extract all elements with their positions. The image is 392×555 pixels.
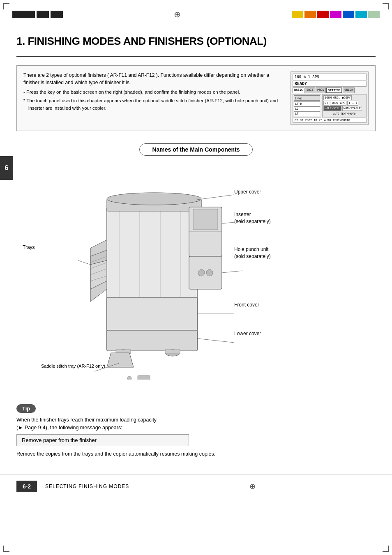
corner-mark-tl: [3, 3, 9, 9]
intro-text: There are 2 types of optional finishers …: [23, 71, 282, 125]
tip-badge: Tip: [16, 404, 36, 413]
intro-bullet-1: - Press the key on the basic screen on t…: [23, 89, 282, 96]
screen-row-2: LT 100% APS I — I: [323, 101, 365, 106]
svg-line-31: [197, 195, 234, 200]
svg-marker-28: [107, 353, 134, 367]
svg-rect-16: [193, 209, 218, 230]
header-area: ⊕: [0, 0, 392, 25]
screen-row-3: HOLE-STPL NON-STAPLE: [323, 106, 365, 111]
screen-zoom-val: 100% APS: [330, 101, 346, 106]
label-inserter: Inserter (sold separately): [234, 211, 271, 225]
footer-center-symbol: ⊕: [129, 482, 376, 491]
header-center-symbol: ⊕: [174, 9, 181, 19]
chapter-tab: 6: [0, 156, 13, 180]
svg-rect-29: [138, 375, 150, 380]
color-bar-red: [317, 11, 329, 18]
screen-auto-text: AUTO TEXT/PHOTO: [323, 111, 365, 116]
screen-main: [img] LT-R LD LT ZOOM ORG. ●COPY LT 100%…: [293, 94, 367, 117]
screen-tab-program[interactable]: PROG: [316, 88, 326, 93]
svg-point-14: [107, 193, 201, 205]
footer-text: SELECTING FINISHING MODES: [45, 484, 129, 489]
intro-paragraph: There are 2 types of optional finishers …: [23, 71, 282, 86]
black-bar-3: [51, 11, 63, 18]
svg-line-36: [78, 260, 90, 265]
corner-mark-br: [383, 546, 389, 552]
footer-page-badge: 6-2: [16, 481, 37, 492]
screen-hole-stpl: HOLE-STPL: [323, 106, 341, 111]
black-bar-2: [37, 11, 49, 18]
svg-rect-23: [107, 330, 197, 351]
screen-tab-basic[interactable]: BASIC: [293, 88, 304, 93]
chapter-title: 1. FINISHING MODES AND FINISHERS (OPTION…: [16, 29, 376, 57]
black-bar-1: [12, 11, 35, 18]
tip-bottom-text: Remove the copies from the trays and the…: [16, 450, 376, 458]
screen-icon-area: [img]: [294, 95, 320, 101]
header-color-bars: [292, 11, 380, 18]
screen-ready: READY: [293, 81, 367, 87]
screen-mockup: 100 % 1 APS READY BASIC EDIT PROG SETTIN…: [291, 71, 369, 125]
svg-rect-18: [189, 256, 222, 289]
screen-tab-quick[interactable]: QUICK: [343, 88, 355, 93]
screen-lt-val: LT: [323, 101, 329, 106]
svg-point-19: [198, 269, 205, 276]
screen-row-1: ZOOM ORG. ●COPY: [323, 95, 365, 100]
screen-tabs: BASIC EDIT PROG SETTING QUICK: [293, 88, 367, 93]
color-bar-magenta: [330, 11, 341, 18]
main-content: 1. FINISHING MODES AND FINISHERS (OPTION…: [0, 25, 392, 466]
color-bar-yellow: [292, 11, 303, 18]
svg-rect-21: [107, 297, 197, 330]
color-bar-cyan: [355, 11, 367, 18]
corner-mark-bl: [3, 546, 9, 552]
screen-ld: LD: [294, 106, 320, 111]
section-header: Names of the Main Components: [104, 143, 288, 156]
label-saddle-tray: Saddle stitch tray (AR-F12 only): [41, 363, 105, 369]
diagram-area: Upper cover Inserter (sold separately) H…: [16, 166, 376, 396]
screen-lt: LT: [294, 111, 320, 116]
color-bar-orange: [304, 11, 316, 18]
svg-rect-27: [165, 350, 180, 354]
intro-box: There are 2 types of optional finishers …: [16, 65, 376, 131]
finisher-diagram-svg: [58, 174, 271, 380]
label-upper-cover: Upper cover: [234, 189, 261, 196]
screen-right-panel: ZOOM ORG. ●COPY LT 100% APS I — I HOLE-S…: [322, 94, 367, 117]
svg-point-20: [206, 269, 213, 276]
screen-top-text: 100 % 1 APS: [295, 75, 319, 79]
screen-copy-count: I — I: [347, 101, 358, 106]
tip-section: Tip When the finisher trays reach their …: [16, 404, 376, 458]
svg-line-35: [197, 339, 234, 343]
label-hole-punch: Hole punch unit (sold separately): [234, 246, 271, 260]
label-front-cover: Front cover: [234, 302, 259, 309]
svg-line-33: [222, 271, 242, 273]
screen-zoom: ZOOM ORG. ●COPY: [323, 95, 352, 100]
header-black-bars: [12, 11, 63, 18]
label-trays: Trays: [23, 244, 35, 251]
screen-lt-r: LT-R: [294, 101, 320, 106]
remove-paper-box: Remove paper from the finisher: [16, 434, 189, 446]
remove-paper-text: Remove paper from the finisher: [22, 437, 97, 443]
screen-bottom-bar: 02.07.2002 10:25 AUTO TEXT/PHOTO: [293, 118, 367, 123]
screen-left-panel: [img] LT-R LD LT: [293, 94, 321, 117]
svg-point-30: [127, 376, 131, 380]
color-bar-blue: [343, 11, 354, 18]
intro-bullet-2: * The touch panel used in this chapter a…: [23, 97, 282, 112]
screen-non-staple: NON-STAPLE: [342, 106, 362, 111]
screen-top-bar: 100 % 1 APS: [293, 74, 367, 80]
section-header-text: Names of the Main Components: [152, 146, 240, 153]
tip-badge-text: Tip: [22, 405, 30, 412]
section-header-box: Names of the Main Components: [139, 143, 252, 156]
intro-bullets: - Press the key on the basic screen on t…: [23, 89, 282, 112]
label-lower-cover: Lower cover: [234, 330, 261, 337]
color-bar-lightgreen: [368, 11, 380, 18]
footer-area: 6-2 SELECTING FINISHING MODES ⊕: [0, 474, 392, 498]
corner-mark-tr: [383, 3, 389, 9]
screen-tab-edit[interactable]: EDIT: [305, 88, 315, 93]
screen-tab-setting[interactable]: SETTING: [326, 88, 343, 93]
tip-text-1: When the finisher trays reach their maxi…: [16, 416, 376, 432]
